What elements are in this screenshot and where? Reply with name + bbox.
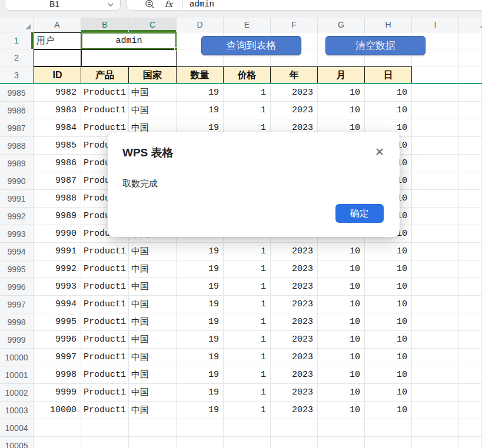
cell[interactable]: 9988 bbox=[34, 190, 81, 208]
row-header[interactable]: 9994 bbox=[0, 243, 34, 260]
cell[interactable] bbox=[412, 260, 459, 278]
table-header-product[interactable]: 产品 bbox=[81, 66, 129, 84]
column-header-g[interactable]: G bbox=[318, 18, 365, 32]
cell[interactable] bbox=[271, 419, 318, 437]
cell[interactable] bbox=[412, 155, 459, 172]
cell[interactable]: 10 bbox=[318, 84, 365, 102]
cell[interactable]: 9984 bbox=[34, 119, 81, 137]
cell[interactable] bbox=[412, 190, 459, 208]
column-header-f[interactable]: F bbox=[271, 18, 318, 32]
cell[interactable]: 10 bbox=[365, 331, 412, 349]
cell[interactable]: 1 bbox=[224, 296, 271, 313]
row-header[interactable]: 9985 bbox=[0, 84, 34, 102]
row-header[interactable]: 9995 bbox=[0, 260, 34, 278]
cell[interactable]: 10 bbox=[318, 278, 365, 296]
cell[interactable] bbox=[224, 437, 271, 448]
cell[interactable]: 10 bbox=[365, 384, 412, 402]
cell[interactable]: 1 bbox=[224, 349, 271, 366]
formula-input-value[interactable]: admin bbox=[190, 0, 214, 9]
cell[interactable] bbox=[459, 349, 482, 366]
column-header-c[interactable]: C bbox=[129, 18, 177, 32]
row-header[interactable]: 9991 bbox=[0, 190, 34, 208]
cell[interactable]: 19 bbox=[177, 102, 224, 119]
cell[interactable] bbox=[318, 419, 365, 437]
cell[interactable]: 19 bbox=[177, 366, 224, 384]
cell[interactable] bbox=[412, 437, 459, 448]
cell[interactable] bbox=[318, 437, 365, 448]
table-header-id[interactable]: ID bbox=[34, 66, 81, 84]
cell[interactable] bbox=[365, 437, 412, 448]
cell[interactable] bbox=[459, 49, 482, 66]
cell[interactable] bbox=[412, 225, 459, 243]
cell[interactable]: 中国 bbox=[129, 313, 177, 331]
cell[interactable]: 10 bbox=[365, 402, 412, 419]
column-header-e[interactable]: E bbox=[224, 18, 271, 32]
cell[interactable]: 1 bbox=[224, 102, 271, 119]
cell[interactable] bbox=[459, 260, 482, 278]
cell[interactable]: 9987 bbox=[34, 172, 81, 190]
cell[interactable] bbox=[412, 172, 459, 190]
cell[interactable]: Product1 bbox=[81, 84, 129, 102]
cell[interactable]: 9982 bbox=[34, 84, 81, 102]
row-header[interactable]: 9988 bbox=[0, 137, 34, 155]
cell[interactable]: 10 bbox=[318, 366, 365, 384]
cell[interactable] bbox=[412, 208, 459, 225]
cell[interactable] bbox=[459, 402, 482, 419]
cell[interactable] bbox=[129, 419, 177, 437]
cell[interactable]: 2023 bbox=[271, 313, 318, 331]
row-header[interactable]: 10003 bbox=[0, 402, 34, 419]
cell[interactable]: 中国 bbox=[129, 349, 177, 366]
cell[interactable] bbox=[459, 119, 482, 137]
cell[interactable] bbox=[224, 419, 271, 437]
cell[interactable]: 19 bbox=[177, 349, 224, 366]
cell[interactable] bbox=[459, 296, 482, 313]
cell[interactable]: 9998 bbox=[34, 366, 81, 384]
cell[interactable]: 10 bbox=[365, 296, 412, 313]
cell[interactable] bbox=[459, 190, 482, 208]
cell[interactable]: 19 bbox=[177, 313, 224, 331]
cell-a2[interactable] bbox=[34, 49, 81, 66]
cell[interactable]: 中国 bbox=[129, 384, 177, 402]
cell[interactable]: 19 bbox=[177, 84, 224, 102]
cell[interactable]: 9995 bbox=[34, 313, 81, 331]
cell[interactable]: 2023 bbox=[271, 331, 318, 349]
cell[interactable]: 中国 bbox=[129, 102, 177, 119]
cell[interactable]: Product1 bbox=[81, 402, 129, 419]
cell[interactable]: 10 bbox=[318, 402, 365, 419]
cell[interactable] bbox=[365, 419, 412, 437]
cell[interactable] bbox=[459, 437, 482, 448]
cell[interactable]: 9997 bbox=[34, 349, 81, 366]
cell[interactable] bbox=[459, 419, 482, 437]
cell[interactable] bbox=[459, 278, 482, 296]
cell[interactable]: 2023 bbox=[271, 349, 318, 366]
cell[interactable] bbox=[412, 349, 459, 366]
cell[interactable] bbox=[459, 102, 482, 119]
cell[interactable]: Product1 bbox=[81, 260, 129, 278]
cell[interactable] bbox=[412, 419, 459, 437]
cell[interactable]: 2023 bbox=[271, 84, 318, 102]
cell[interactable]: 19 bbox=[177, 243, 224, 260]
cell[interactable]: 10 bbox=[365, 260, 412, 278]
cell[interactable]: 10 bbox=[318, 243, 365, 260]
row-header-1[interactable]: 1 bbox=[0, 32, 34, 49]
cell[interactable] bbox=[271, 437, 318, 448]
cell[interactable]: 2023 bbox=[271, 260, 318, 278]
row-header-2[interactable]: 2 bbox=[0, 49, 34, 66]
cell[interactable]: 中国 bbox=[129, 296, 177, 313]
row-header[interactable]: 9999 bbox=[0, 331, 34, 349]
cell[interactable]: 2023 bbox=[271, 402, 318, 419]
cell[interactable] bbox=[412, 66, 459, 84]
cell[interactable] bbox=[177, 437, 224, 448]
row-header[interactable]: 9998 bbox=[0, 313, 34, 331]
column-header-b[interactable]: B bbox=[81, 18, 129, 32]
cell[interactable]: 19 bbox=[177, 296, 224, 313]
cell[interactable]: 10 bbox=[365, 102, 412, 119]
row-header[interactable]: 9989 bbox=[0, 155, 34, 172]
cell[interactable]: 9985 bbox=[34, 137, 81, 155]
cell[interactable]: 1 bbox=[224, 84, 271, 102]
cell[interactable] bbox=[459, 208, 482, 225]
cell[interactable]: 2023 bbox=[271, 102, 318, 119]
cell[interactable]: 10 bbox=[318, 349, 365, 366]
cell[interactable] bbox=[412, 296, 459, 313]
formula-bar[interactable]: fx admin bbox=[127, 0, 482, 11]
